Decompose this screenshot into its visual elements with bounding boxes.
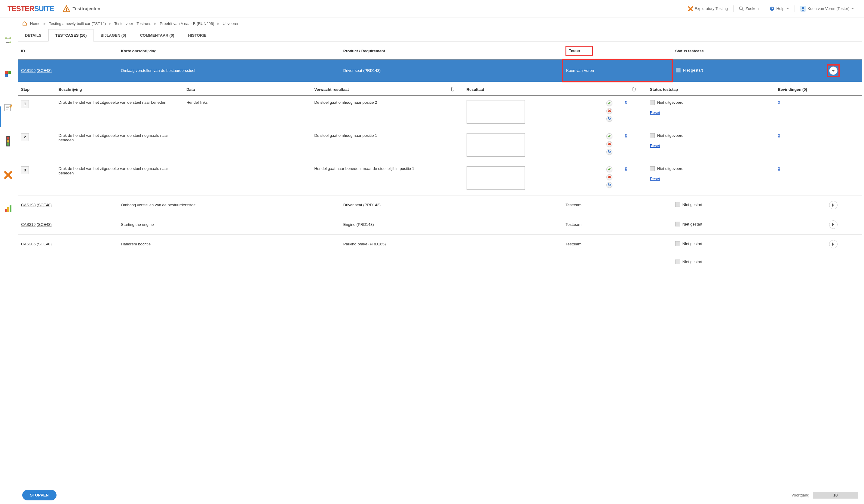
result-input[interactable] [467,133,525,157]
traffic-light-icon [5,136,11,146]
retry-button[interactable]: ↻ [607,116,612,122]
svg-point-21 [7,143,9,146]
svg-point-7 [802,7,804,9]
breadcrumb-project[interactable]: Testing a newly built car (TST14) [49,21,106,26]
reset-link[interactable]: Reset [650,143,660,148]
table-area: ID Korte omschrijving Product / Requirem… [16,41,864,486]
tab-testcases[interactable]: TESTCASES (10) [48,29,94,41]
step-status-label: Niet uitgevoerd [657,133,683,138]
chevron-right-icon [832,203,836,207]
case-product: Engine (PRD148) [340,215,563,234]
chevron-right-icon [832,242,836,246]
breadcrumb-home[interactable]: Home [30,21,40,26]
help-link[interactable]: ? Help [767,6,792,11]
content: Home ▶ Testing a newly built car (TST14)… [16,17,864,504]
status-swatch [675,202,680,207]
logo-part1: TESTER [8,4,34,13]
tab-historie[interactable]: HISTORIE [181,29,214,41]
case-tester: Testteam [563,215,672,234]
tab-commentaar[interactable]: COMMENTAAR (0) [133,29,181,41]
testcase-row[interactable]: CAS205 (SCE48) Handrem bochtje Parking b… [18,234,862,254]
partial-case-row[interactable]: Niet gestart [18,254,862,271]
expand-button[interactable] [829,240,838,248]
case-id-link[interactable]: CAS219 [21,222,35,227]
step-header-attach1 [442,82,464,96]
active-testcase-row[interactable]: CAS199 (SCE48) Omlaag verstellen van de … [18,59,862,82]
collapse-button[interactable] [829,67,838,75]
sidebar-item-edit[interactable] [3,103,13,112]
case-tester: Testteam [563,234,672,254]
result-input[interactable] [467,100,525,123]
status-swatch [650,133,655,138]
sidebar-item-stats[interactable] [3,204,13,214]
logo[interactable]: TESTERSUITE [8,4,54,13]
fail-button[interactable]: ✖ [607,174,612,180]
header-tester-label: Tester [565,46,593,56]
step-data: Hendel links [183,96,311,129]
exploratory-testing-link[interactable]: Exploratory Testing [686,6,730,11]
fail-button[interactable]: ✖ [607,141,612,147]
attachment-count-link[interactable]: 0 [625,166,627,171]
case-desc: Omlaag verstellen van de bestuurdersstoe… [118,59,340,82]
scene-id-link[interactable]: (SCE48) [37,222,52,227]
testcase-row[interactable]: CAS219 (SCE48) Starting the engine Engin… [18,215,862,234]
stop-button[interactable]: STOPPEN [22,490,57,500]
step-expect: De stoel gaat omhoog naar positie 1 [311,129,442,162]
step-header-bev: Bevindingen (0) [775,82,862,96]
pass-button[interactable]: ✔ [607,133,612,139]
step-header-status: Status teststap [647,82,775,96]
reset-link[interactable]: Reset [650,177,660,181]
bar-chart-icon [4,205,12,213]
help-icon: ? [770,6,775,11]
scene-id-link[interactable]: (SCE48) [37,203,52,207]
bevindingen-count-link[interactable]: 0 [778,166,780,171]
user-menu[interactable]: Koen van Voren [Tester] [798,6,856,11]
exploratory-label: Exploratory Testing [695,6,728,11]
sidebar-item-tree[interactable] [3,35,13,45]
progress-bar: 10 [813,492,858,499]
step-status: Niet uitgevoerd [650,100,683,105]
sidebar-item-traffic[interactable] [3,136,13,146]
status-swatch [675,260,680,264]
reset-link[interactable]: Reset [650,110,660,115]
bevindingen-count-link[interactable]: 0 [778,133,780,138]
step-header-icons [597,82,622,96]
result-input[interactable] [467,166,525,190]
expand-button[interactable] [829,201,838,209]
tab-details[interactable]: DETAILS [18,29,48,41]
expand-button[interactable] [829,220,838,229]
pass-button[interactable]: ✔ [607,100,612,106]
svg-rect-13 [5,74,8,77]
step-status: Niet uitgevoerd [650,166,683,171]
step-number: 1 [21,100,29,108]
pass-button[interactable]: ✔ [607,166,612,172]
search-link[interactable]: Zoeken [736,6,761,11]
breadcrumb-section[interactable]: Testuitvoer - Testruns [114,21,151,26]
breadcrumb-action[interactable]: Uitvoeren [223,21,240,26]
sidebar [0,17,16,504]
fail-button[interactable]: ✖ [607,108,612,114]
help-label: Help [776,6,784,11]
tab-bijlagen[interactable]: BIJLAGEN (0) [94,29,133,41]
x-orange-icon [688,6,693,11]
retry-button[interactable]: ↻ [607,149,612,155]
scene-id-link[interactable]: (SCE48) [37,242,52,246]
svg-point-9 [9,37,11,39]
case-id-link[interactable]: CAS199 [21,68,35,73]
breadcrumb-run[interactable]: Proefrit van A naar B (RUN296) [160,21,214,26]
retry-button[interactable]: ↻ [607,182,612,188]
attachment-count-link[interactable]: 0 [625,133,627,138]
step-number: 2 [21,133,29,141]
step-desc: Druk de hendel van het zitgedeelte van d… [56,96,183,129]
case-id-link[interactable]: CAS205 [21,242,35,246]
testcase-row[interactable]: CAS198 (SCE48) Omhoog verstellen van de … [18,195,862,215]
scene-id-link[interactable]: (SCE48) [37,68,52,73]
case-id-link[interactable]: CAS198 [21,203,35,207]
sidebar-item-modules[interactable] [3,69,13,79]
attachment-count-link[interactable]: 0 [625,100,627,105]
step-desc: Druk de hendel van het zitgedeelte van d… [56,129,183,162]
sidebar-item-close[interactable] [3,170,13,180]
home-icon[interactable] [22,21,27,26]
step-row: 2 Druk de hendel van het zitgedeelte van… [18,129,862,162]
bevindingen-count-link[interactable]: 0 [778,100,780,105]
